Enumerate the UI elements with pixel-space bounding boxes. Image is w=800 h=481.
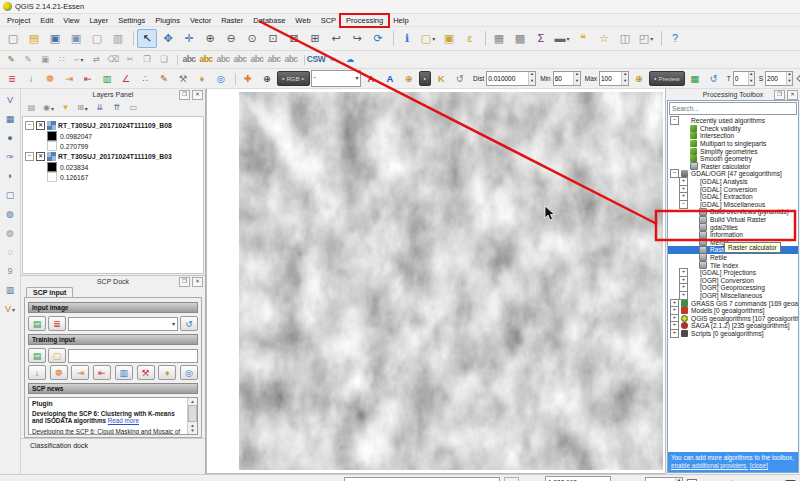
scp-scatter-plot-button[interactable]: ∴ (136, 71, 154, 87)
float-panel-icon[interactable]: ❐ (179, 90, 190, 100)
add-wfs-layer-button[interactable]: ◌ (1, 244, 19, 260)
zoom-last-button[interactable]: ↩ (326, 29, 346, 48)
toolbox-tree-item[interactable]: Information (668, 231, 798, 239)
new-layer-dropdown-button[interactable]: V (1, 301, 19, 317)
touch-zoom-button[interactable]: ↖ (137, 29, 157, 48)
menu-item-view[interactable]: View (58, 15, 84, 26)
toolbox-tree-item[interactable]: − [GDAL] Miscellaneous (668, 201, 798, 209)
scp-settings-tools-button[interactable]: ⚒ (174, 71, 192, 87)
t-spinbox[interactable]: ▲▼ (733, 71, 755, 86)
open-project-button[interactable]: ▤ (24, 29, 44, 48)
zoom-actual-button[interactable]: ⊙ (242, 29, 262, 48)
add-delimited-text-button[interactable]: 9 (1, 263, 19, 279)
new-bookmark-button[interactable]: ☆ (594, 29, 614, 48)
menu-item-edit[interactable]: Edit (35, 15, 58, 26)
map-canvas[interactable] (206, 89, 666, 474)
toolbox-tree-item[interactable]: Raster calculator (668, 163, 798, 171)
toolbox-tree-item[interactable]: gdal2tiles (668, 223, 798, 231)
news-scrollbar[interactable]: ▲ ▲ ▼ (187, 398, 197, 434)
scp-dock-import-button[interactable]: ⇥ (71, 365, 89, 380)
pan-to-selection-button[interactable]: ✛ (179, 29, 199, 48)
scp-export-button[interactable]: ⇤ (79, 71, 97, 87)
zoom-in-button[interactable]: ⊕ (200, 29, 220, 48)
collapse-all-button[interactable]: ⇈ (109, 101, 124, 115)
help-button[interactable]: ? (665, 29, 685, 48)
new-shapefile-layer-button[interactable]: ▥ (1, 282, 19, 298)
scroll-down-icon[interactable]: ▼ (190, 428, 194, 433)
scp-dock-download-button[interactable]: ↓ (28, 365, 46, 380)
layer-expander-icon[interactable] (25, 121, 34, 130)
toolbox-tree-item[interactable]: + QGIS geoalgorithms [107 geoalgorithms] (668, 314, 798, 322)
statistical-summary-button[interactable]: Σ (531, 29, 551, 48)
input-image-combo[interactable] (68, 317, 178, 331)
open-image-button[interactable]: ▤ (28, 316, 46, 331)
toolbox-tree-item[interactable]: + [OGR] Miscellaneous (668, 292, 798, 300)
new-project-button[interactable]: ▢ (3, 29, 23, 48)
scp-zoom-button[interactable]: ⊕ (258, 71, 276, 87)
select-features-button[interactable]: ▢ (418, 29, 438, 48)
composer-manager-button[interactable]: ▥ (108, 29, 128, 48)
label-change-button[interactable]: abc (283, 53, 299, 67)
zoom-out-button[interactable]: ⊖ (221, 29, 241, 48)
save-layer-edits-button[interactable]: ▣ (37, 53, 53, 67)
scp-dock-export-button[interactable]: ⇤ (93, 365, 111, 380)
open-training-button[interactable]: ▤ (28, 348, 46, 363)
scale-combo[interactable]: 1:532,692 (545, 476, 611, 481)
menu-item-settings[interactable]: Settings (113, 15, 150, 26)
identify-button[interactable]: ℹ (397, 29, 417, 48)
scp-zoom-plus-a-button[interactable]: A (362, 71, 380, 87)
tree-expander-icon[interactable]: − (679, 200, 688, 209)
refresh-map-button[interactable]: ⟳ (368, 29, 388, 48)
tree-expander-icon[interactable]: − (670, 169, 679, 178)
zoom-to-selection-button[interactable]: ⊠ (284, 29, 304, 48)
toolbox-tree-item[interactable]: Smooth geometry (668, 155, 798, 163)
add-wcs-layer-button[interactable]: ◍ (1, 225, 19, 241)
min-spinbox[interactable]: ▲▼ (553, 71, 581, 86)
add-oracle-layer-button[interactable]: ▢ (1, 187, 19, 203)
menu-item-plugins[interactable]: Plugins (150, 15, 185, 26)
scp-dock-weights-button[interactable]: ♦ (158, 365, 176, 380)
zoom-to-layer-button[interactable]: ⊞ (305, 29, 325, 48)
remove-layer-button[interactable]: ▭ (126, 101, 141, 115)
rgb-composite-button[interactable]: RGB = (277, 71, 310, 86)
current-edits-button[interactable]: ✎ (3, 53, 19, 67)
cut-features-button[interactable]: ✂ (122, 53, 138, 67)
scp-pointer-button[interactable]: ✚ (239, 71, 257, 87)
expand-all-button[interactable]: ⇊ (92, 101, 107, 115)
scp-weight-tree-button[interactable]: ♦ (193, 71, 211, 87)
cursor-value-button[interactable] (419, 71, 431, 86)
add-group-button[interactable]: ▤ (24, 101, 39, 115)
toolbox-tree-item[interactable]: + GRASS GIS 7 commands [169 geoalgorithm… (668, 299, 798, 307)
dist-input[interactable] (487, 72, 528, 85)
tree-expander-icon[interactable]: + (679, 291, 688, 300)
deselect-features-button[interactable]: ▣ (439, 29, 459, 48)
toolbox-tree-item[interactable]: Multipart to singleparts (668, 140, 798, 148)
close-message-link[interactable]: [close] (750, 462, 768, 469)
menu-item-processing[interactable]: Processing (341, 15, 388, 26)
filter-legend-button[interactable]: ▼ (58, 101, 73, 115)
classification-dock-tab[interactable]: Classification dock (21, 438, 205, 452)
close-panel-icon[interactable]: ✕ (787, 90, 798, 100)
metasearch-button[interactable]: CSW (308, 53, 324, 67)
scp-input-tab[interactable]: SCP input (26, 287, 73, 297)
scp-edit-image-button[interactable]: ▥ (98, 71, 116, 87)
toolbox-tree-item[interactable]: Retile (668, 254, 798, 262)
max-input[interactable] (600, 72, 621, 85)
zoom-next-button[interactable]: ↪ (347, 29, 367, 48)
pan-map-button[interactable]: ✥ (158, 29, 178, 48)
scp-import-button[interactable]: ⇥ (60, 71, 78, 87)
scp-signature-button[interactable]: ✎ (155, 71, 173, 87)
tree-expander-icon[interactable]: + (670, 329, 679, 338)
scroll-thumb[interactable] (188, 405, 197, 422)
menu-item-web[interactable]: Web (290, 15, 315, 26)
scp-bracket-button[interactable]: K (432, 71, 450, 87)
dist-spinbox[interactable]: ▲▼ (486, 71, 536, 86)
scp-dock-tools-button[interactable]: ❁ (50, 365, 68, 380)
menu-item-scp[interactable]: SCP (316, 15, 341, 26)
scp-dock-settings-button[interactable]: ⚒ (137, 365, 155, 380)
add-vector-layer-button[interactable]: V (1, 92, 19, 108)
menu-item-vector[interactable]: Vector (185, 15, 216, 26)
scp-undo-button[interactable]: ↺ (451, 71, 469, 87)
add-wms-layer-button[interactable]: ◍ (1, 206, 19, 222)
label-highlight-button[interactable]: abc (215, 53, 231, 67)
